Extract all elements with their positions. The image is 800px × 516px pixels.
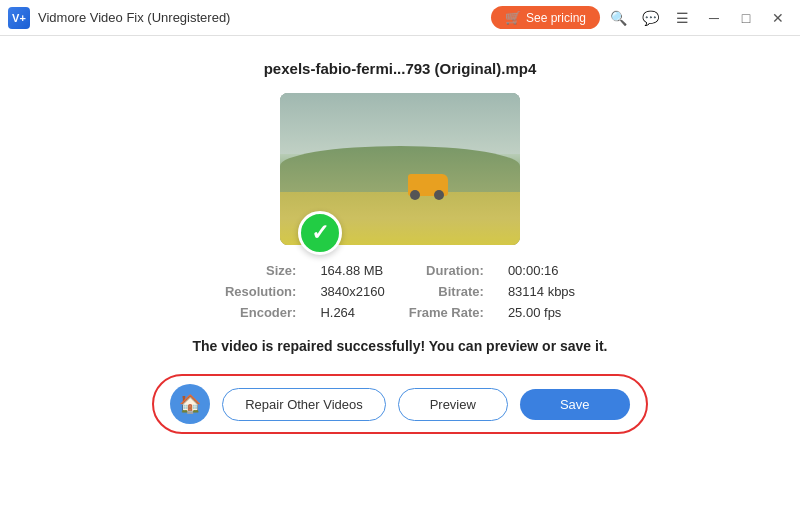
maximize-button[interactable]: □ (732, 4, 760, 32)
resolution-value: 3840x2160 (320, 284, 384, 299)
repair-other-button[interactable]: Repair Other Videos (222, 388, 386, 421)
search-button[interactable]: 🔍 (604, 4, 632, 32)
bitrate-value: 83114 kbps (508, 284, 575, 299)
success-check-icon: ✓ (298, 211, 342, 255)
app-title: Vidmore Video Fix (Unregistered) (38, 10, 230, 25)
close-button[interactable]: ✕ (764, 4, 792, 32)
cart-icon: 🛒 (505, 10, 521, 25)
main-content: pexels-fabio-fermi...793 (Original).mp4 … (0, 36, 800, 516)
app-logo: V+ (8, 7, 30, 29)
menu-button[interactable]: ☰ (668, 4, 696, 32)
bitrate-label: Bitrate: (409, 284, 484, 299)
video-filename: pexels-fabio-fermi...793 (Original).mp4 (264, 60, 537, 77)
size-value: 164.88 MB (320, 263, 384, 278)
minimize-button[interactable]: ─ (700, 4, 728, 32)
see-pricing-button[interactable]: 🛒 See pricing (491, 6, 600, 29)
duration-value: 00:00:16 (508, 263, 575, 278)
encoder-label: Encoder: (225, 305, 297, 320)
scene-vehicle (408, 174, 448, 196)
framerate-label: Frame Rate: (409, 305, 484, 320)
file-info: Size: 164.88 MB Duration: 00:00:16 Resol… (225, 263, 575, 320)
encoder-value: H.264 (320, 305, 384, 320)
title-bar-left: V+ Vidmore Video Fix (Unregistered) (8, 7, 230, 29)
resolution-label: Resolution: (225, 284, 297, 299)
title-bar-controls: 🛒 See pricing 🔍 💬 ☰ ─ □ ✕ (491, 4, 792, 32)
save-button[interactable]: Save (520, 389, 630, 420)
video-thumbnail-wrapper: ✓ (280, 93, 520, 245)
framerate-value: 25.00 fps (508, 305, 575, 320)
size-label: Size: (225, 263, 297, 278)
preview-button[interactable]: Preview (398, 388, 508, 421)
home-button[interactable]: 🏠 (170, 384, 210, 424)
duration-label: Duration: (409, 263, 484, 278)
success-message: The video is repaired successfully! You … (193, 338, 608, 354)
action-bar: 🏠 Repair Other Videos Preview Save (152, 374, 648, 434)
chat-button[interactable]: 💬 (636, 4, 664, 32)
scene-sky (280, 93, 520, 154)
title-bar: V+ Vidmore Video Fix (Unregistered) 🛒 Se… (0, 0, 800, 36)
